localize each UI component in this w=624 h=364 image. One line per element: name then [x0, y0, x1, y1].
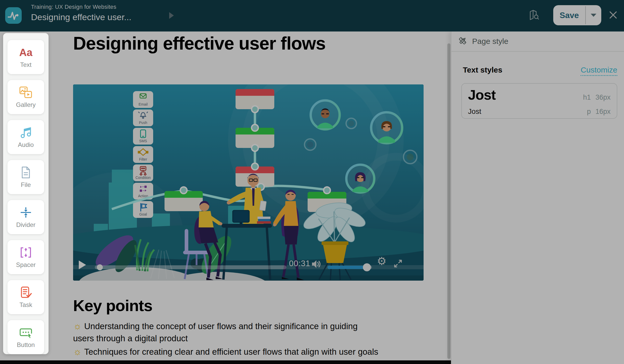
close-icon	[608, 10, 618, 21]
page-bottom-edge	[0, 360, 451, 364]
document-title: Designing effective user...	[31, 12, 131, 22]
section-heading: Key points	[73, 296, 152, 315]
save-button[interactable]: Save	[553, 5, 585, 25]
page-canvas: Designing effective user flows	[0, 31, 451, 360]
sidebar-item-audio[interactable]: Audio	[7, 120, 44, 154]
fullscreen-icon[interactable]	[393, 259, 403, 269]
sidebar-item-button[interactable]: Button	[7, 320, 44, 354]
heading-size: 36px	[595, 93, 611, 101]
sidebar-item-divider[interactable]: Divider	[7, 200, 44, 234]
book-search-icon	[528, 9, 540, 22]
font-style-card[interactable]: Jost h1 36px Jost p 16px	[461, 83, 617, 119]
gallery-icon	[19, 86, 33, 99]
seek-knob[interactable]	[97, 264, 103, 270]
body-tag: p	[587, 108, 591, 116]
text-styles-label: Text styles	[463, 66, 502, 74]
flow-chip-label: Goal	[139, 212, 147, 216]
button-block-icon	[19, 326, 33, 339]
video-illustration: Email Push SMS Filter	[73, 84, 424, 281]
page-style-panel: Page style Text styles Customize Jost h1…	[451, 31, 624, 364]
volume-knob[interactable]	[363, 263, 371, 271]
right-triangle-icon[interactable]	[169, 12, 174, 19]
sun-icon	[73, 321, 82, 331]
content-scrollbar[interactable]	[447, 43, 450, 359]
heading-font-name: Jost	[468, 87, 496, 103]
flow-chip-label: Filter	[139, 157, 147, 161]
sidebar-item-spacer[interactable]: Spacer	[7, 240, 44, 274]
seek-bar[interactable]	[95, 265, 286, 269]
heading-tag: h1	[583, 93, 591, 101]
task-icon	[20, 286, 32, 299]
divider-icon	[20, 206, 32, 219]
breadcrumb: Training: UX Design for Websites	[31, 4, 131, 10]
key-points-list: Understanding the concept of user flows …	[73, 320, 380, 364]
file-icon	[20, 166, 32, 179]
sidebar-item-text[interactable]: Text	[7, 40, 44, 74]
app-logo	[5, 7, 22, 24]
list-item: Understanding the concept of user flows …	[73, 320, 380, 344]
video-timestamp: 00:31	[289, 259, 310, 268]
chevron-down-icon	[591, 14, 596, 17]
sidebar-item-task[interactable]: Task	[7, 280, 44, 314]
flow-chip-label: SMS	[139, 139, 147, 143]
sidebar-item-gallery[interactable]: Gallery	[7, 80, 44, 114]
content-blocks-sidebar: Text Gallery Audio	[3, 33, 49, 354]
music-note-icon	[19, 126, 32, 139]
panel-title: Page style	[472, 37, 508, 46]
page-title: Designing effective user flows	[73, 33, 325, 54]
save-split-button: Save	[553, 5, 601, 25]
flow-chip-label: Condition	[135, 176, 151, 180]
spacer-icon	[20, 246, 32, 259]
top-bar: Training: UX Design for Websites Designi…	[0, 0, 624, 31]
flow-chip-label: Push	[139, 121, 147, 125]
settings-icon[interactable]	[377, 256, 387, 267]
volume-icon[interactable]	[311, 259, 322, 270]
flow-chip-label: Email	[138, 102, 147, 106]
preview-button[interactable]	[527, 8, 541, 23]
sidebar-item-file[interactable]: File	[7, 160, 44, 194]
customize-link[interactable]: Customize	[581, 66, 617, 76]
save-dropdown-button[interactable]	[586, 5, 601, 25]
body-size: 16px	[595, 108, 611, 116]
close-button[interactable]	[606, 9, 620, 22]
sun-icon	[73, 346, 82, 357]
pencil-ruler-icon	[458, 36, 467, 46]
volume-slider-fill	[327, 266, 367, 269]
video-player[interactable]: Email Push SMS Filter	[73, 84, 424, 281]
text-block-icon	[19, 47, 32, 58]
panel-header: Page style	[451, 31, 624, 52]
body-font-name: Jost	[468, 107, 481, 116]
play-button[interactable]	[79, 260, 86, 269]
